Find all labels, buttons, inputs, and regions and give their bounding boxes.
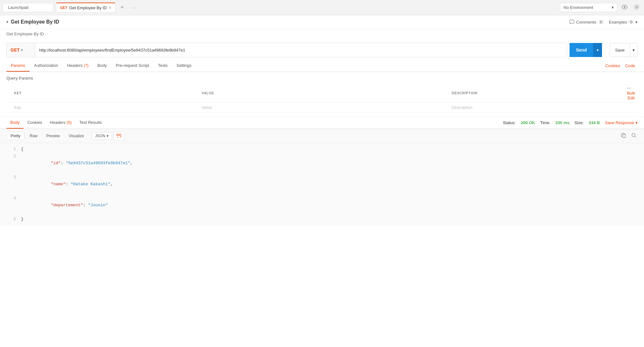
- top-bar: Launchpad GET Get Employee By ID × + ···…: [0, 0, 644, 15]
- cookies-link[interactable]: Cookies: [603, 60, 623, 71]
- settings-button[interactable]: [632, 2, 641, 13]
- json-format-selector[interactable]: JSON ▾: [92, 132, 112, 140]
- request-name: Get Employee By ID: [11, 19, 59, 25]
- time-value: 335 ms: [556, 120, 570, 125]
- key-cell[interactable]: Key: [11, 103, 199, 113]
- method-chevron-icon: ▾: [21, 48, 23, 52]
- gear-icon: [634, 4, 640, 10]
- tab-prerequest[interactable]: Pre-request Script: [111, 60, 154, 72]
- response-section: Body Cookies Headers (5) Test Results St…: [0, 117, 644, 225]
- tab-headers[interactable]: Headers (7): [63, 60, 93, 72]
- collapse-arrow-icon[interactable]: ▾: [6, 20, 8, 24]
- save-button[interactable]: Save: [610, 43, 630, 57]
- send-dropdown-button[interactable]: ▾: [593, 43, 602, 57]
- format-tab-preview[interactable]: Preview: [42, 132, 64, 140]
- value-cell[interactable]: Value: [199, 103, 449, 113]
- code-line-2: 2 "id": "5e9437c51a49693fe9b947e1",: [6, 153, 638, 174]
- tab-title: Get Employee By ID: [69, 5, 107, 10]
- comments-label: Comments: [576, 20, 596, 25]
- response-meta: Status: 200 OK Time: 335 ms Size: 244 B …: [503, 120, 638, 125]
- description-cell[interactable]: Description: [449, 103, 625, 113]
- res-tab-cookies[interactable]: Cookies: [24, 117, 46, 129]
- save-response-button[interactable]: Save Response ▾: [605, 120, 638, 125]
- search-button[interactable]: [630, 131, 638, 140]
- format-tabs: Pretty Raw Preview Visualize JSON ▾: [0, 129, 644, 143]
- more-actions-icon[interactable]: ···: [627, 86, 631, 91]
- save-group: Save ▾: [607, 43, 638, 57]
- svg-rect-3: [570, 20, 574, 23]
- query-params-title: Query Params: [6, 76, 638, 81]
- send-button[interactable]: Send: [570, 43, 593, 57]
- format-tab-raw[interactable]: Raw: [26, 132, 41, 140]
- time-label: Time:: [540, 120, 550, 125]
- save-chevron-icon: ▾: [633, 48, 635, 53]
- request-header: ▾ Get Employee By ID Comments 0 Examples…: [0, 15, 644, 29]
- code-line-4: 4 "departement": "Jounin": [6, 195, 638, 216]
- examples-label: Examples: [609, 20, 627, 25]
- tab-body[interactable]: Body: [93, 60, 111, 72]
- new-tab-button[interactable]: +: [118, 3, 127, 12]
- method-label: GET: [10, 47, 20, 53]
- code-link[interactable]: Code: [623, 60, 638, 71]
- environment-selector[interactable]: No Environment ▾: [560, 3, 617, 12]
- svg-rect-4: [623, 134, 626, 138]
- svg-point-2: [636, 6, 638, 8]
- more-tabs-button[interactable]: ···: [129, 4, 138, 11]
- wrap-button[interactable]: [113, 131, 125, 140]
- eye-button[interactable]: [620, 3, 629, 12]
- copy-icon: [621, 133, 626, 138]
- url-group: GET ▾: [6, 43, 567, 57]
- value-header: VALUE: [199, 84, 449, 103]
- format-tab-pretty[interactable]: Pretty: [6, 132, 24, 140]
- examples-button[interactable]: Examples 0 ▾: [609, 20, 638, 25]
- url-input[interactable]: [35, 43, 567, 57]
- launchpad-tab[interactable]: Launchpad: [3, 3, 53, 12]
- table-row: Key Value Description: [6, 103, 638, 113]
- checkbox-header: [6, 84, 11, 103]
- res-tab-headers[interactable]: Headers (5): [46, 117, 76, 129]
- tab-tests[interactable]: Tests: [154, 60, 172, 72]
- json-format-label: JSON: [95, 134, 105, 138]
- line-number: 1: [6, 146, 16, 153]
- status-label: Status:: [503, 120, 515, 125]
- code-line-5: 5 }: [6, 216, 638, 223]
- save-response-chevron-icon: ▾: [635, 120, 638, 125]
- code-content: }: [21, 216, 24, 223]
- comments-count: 0: [598, 20, 604, 24]
- tab-close-button[interactable]: ×: [108, 5, 111, 10]
- tab-params[interactable]: Params: [6, 60, 30, 72]
- row-actions-cell: [625, 103, 638, 113]
- request-tabs: Params Authorization Headers (7) Body Pr…: [0, 60, 644, 72]
- bulk-edit-button[interactable]: Bulk Edit: [627, 91, 635, 100]
- size-value: 244 B: [589, 120, 600, 125]
- res-tab-test-results[interactable]: Test Results: [75, 117, 106, 129]
- top-bar-right: No Environment ▾: [560, 2, 641, 13]
- svg-point-5: [632, 133, 635, 137]
- status-value: 200 OK: [521, 120, 535, 125]
- save-dropdown-button[interactable]: ▾: [630, 43, 638, 57]
- tab-authorization[interactable]: Authorization: [30, 60, 63, 72]
- examples-chevron-icon: ▾: [635, 20, 638, 25]
- actions-header: ··· Bulk Edit: [625, 84, 638, 103]
- env-chevron-icon: ▾: [612, 5, 614, 10]
- line-number: 2: [6, 153, 16, 160]
- method-selector[interactable]: GET ▾: [7, 43, 35, 57]
- copy-button[interactable]: [620, 131, 627, 140]
- send-label: Send: [576, 47, 587, 53]
- key-header: KEY: [11, 84, 199, 103]
- send-arrow-icon: ▾: [597, 48, 599, 53]
- line-number: 4: [6, 195, 16, 202]
- active-tab[interactable]: GET Get Employee By ID ×: [56, 3, 116, 12]
- code-content: "name": "Hatake Kakashi",: [21, 174, 113, 195]
- tab-settings[interactable]: Settings: [172, 60, 196, 72]
- comments-button[interactable]: Comments 0: [569, 20, 604, 25]
- res-tab-body[interactable]: Body: [6, 117, 24, 129]
- code-content: "departement": "Jounin": [21, 195, 108, 216]
- code-line-3: 3 "name": "Hatake Kakashi",: [6, 174, 638, 195]
- format-tools: [620, 131, 638, 140]
- json-chevron-icon: ▾: [107, 134, 108, 138]
- comments-icon: [569, 20, 574, 24]
- description-header: DESCRIPTION: [449, 84, 625, 103]
- format-tab-visualize[interactable]: Visualize: [65, 132, 88, 140]
- send-group: Send ▾: [570, 43, 602, 57]
